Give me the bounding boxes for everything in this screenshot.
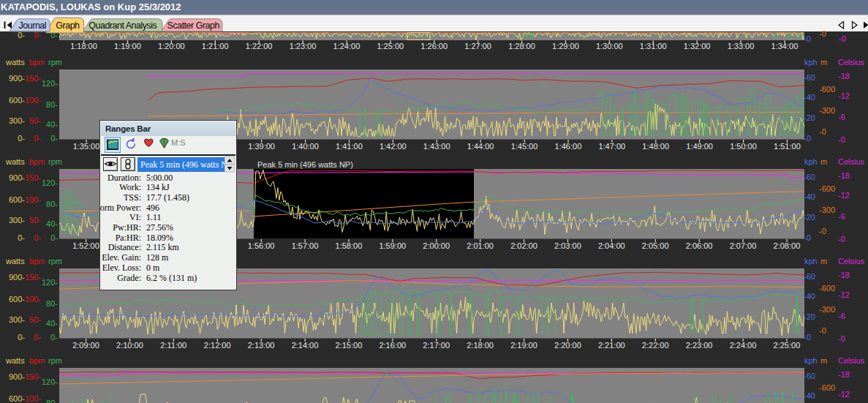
svg-text:1:59:00: 1:59:00	[379, 241, 406, 250]
svg-text:-600: -600	[819, 184, 835, 193]
svg-text:-18: -18	[838, 171, 850, 180]
svg-text:-12: -12	[838, 191, 850, 200]
svg-text:80-: 80-	[46, 299, 58, 308]
svg-text:-40: -40	[804, 93, 815, 102]
svg-text:-0: -0	[838, 334, 845, 343]
svg-text:-300: -300	[819, 206, 835, 214]
svg-text:-0: -0	[838, 235, 845, 244]
svg-text:watts: watts	[5, 157, 25, 166]
svg-text:0-: 0-	[18, 333, 25, 342]
svg-text:2:23:00: 2:23:00	[686, 341, 713, 350]
svg-text:-12: -12	[838, 390, 850, 399]
svg-text:-600: -600	[819, 383, 835, 392]
svg-text:bpm: bpm	[29, 257, 45, 265]
svg-text:120-: 120-	[42, 377, 58, 386]
svg-text:1:58:00: 1:58:00	[336, 241, 363, 250]
svg-text:1:42:00: 1:42:00	[380, 142, 407, 151]
svg-text:1:48:00: 1:48:00	[642, 142, 669, 151]
svg-text:watts: watts	[5, 356, 25, 365]
svg-text:50-: 50-	[29, 116, 41, 125]
svg-text:-60: -60	[804, 173, 815, 181]
svg-text:1:57:00: 1:57:00	[292, 241, 319, 250]
svg-text:2:21:00: 2:21:00	[598, 341, 625, 350]
svg-text:rpm: rpm	[48, 157, 62, 166]
svg-text:2:09:00: 2:09:00	[72, 341, 99, 350]
svg-text:1:49:00: 1:49:00	[686, 142, 713, 151]
svg-text:2:05:00: 2:05:00	[642, 241, 669, 250]
svg-text:2:12:00: 2:12:00	[204, 341, 231, 350]
svg-text:-300: -300	[819, 305, 835, 314]
svg-text:m: m	[820, 58, 827, 67]
svg-text:-0: -0	[819, 326, 826, 335]
svg-text:100-: 100-	[25, 295, 41, 304]
svg-text:-0: -0	[804, 34, 811, 43]
svg-text:2:25:00: 2:25:00	[774, 341, 801, 350]
svg-text:rpm: rpm	[48, 257, 62, 265]
svg-text:Peak 5 min (496 watts NP): Peak 5 min (496 watts NP)	[257, 160, 353, 169]
svg-text:100-: 100-	[25, 195, 41, 204]
svg-text:0-: 0-	[34, 233, 41, 242]
svg-text:Quadrant Analysis: Quadrant Analysis	[88, 20, 156, 31]
svg-text:-600: -600	[819, 284, 835, 293]
svg-text:120-: 120-	[42, 278, 58, 287]
svg-text:-6: -6	[838, 312, 845, 320]
svg-text:1:43:00: 1:43:00	[423, 142, 450, 151]
svg-text:100-: 100-	[25, 96, 41, 105]
svg-text:2:22:00: 2:22:00	[642, 341, 669, 350]
svg-text:Scatter Graph: Scatter Graph	[167, 20, 220, 31]
svg-text:1:50:00: 1:50:00	[730, 142, 757, 151]
svg-text:-18: -18	[838, 370, 850, 379]
svg-text:2:04:00: 2:04:00	[598, 241, 625, 250]
svg-text:-0: -0	[804, 134, 811, 143]
svg-text:0-: 0-	[50, 233, 58, 242]
svg-text:600-: 600-	[9, 96, 25, 105]
svg-text:40-: 40-	[46, 120, 58, 129]
svg-text:M:S: M:S	[171, 138, 186, 147]
svg-text:1:47:00: 1:47:00	[598, 142, 625, 151]
svg-text:50-: 50-	[29, 216, 41, 225]
svg-text:-6: -6	[838, 212, 845, 221]
svg-text:-6: -6	[838, 113, 845, 121]
svg-text:2:15:00: 2:15:00	[336, 341, 363, 350]
svg-text:-18: -18	[838, 271, 850, 279]
svg-text:m: m	[820, 257, 827, 265]
svg-text:watts: watts	[5, 257, 25, 265]
svg-text:50-: 50-	[29, 315, 41, 324]
svg-text:-0: -0	[804, 333, 811, 342]
svg-text:-40: -40	[804, 391, 815, 400]
svg-text:0-: 0-	[18, 134, 25, 143]
svg-text:kph: kph	[804, 58, 818, 67]
svg-text:900-: 900-	[9, 173, 25, 182]
svg-text:m: m	[820, 157, 827, 166]
svg-text:-0: -0	[839, 34, 846, 43]
svg-text:300-: 300-	[9, 116, 25, 125]
svg-text:-60: -60	[804, 272, 815, 281]
svg-text:-18: -18	[838, 72, 850, 80]
svg-text:0-: 0-	[18, 233, 25, 242]
svg-text:0-: 0-	[50, 134, 58, 143]
svg-text:600-: 600-	[9, 195, 25, 204]
svg-text:-20: -20	[804, 213, 815, 222]
svg-text:kph: kph	[804, 257, 818, 265]
svg-text:0-: 0-	[34, 134, 41, 143]
svg-text:-300: -300	[819, 106, 835, 115]
svg-text:kph: kph	[804, 356, 818, 365]
svg-text:0-: 0-	[34, 333, 41, 342]
svg-text:2:02:00: 2:02:00	[510, 241, 537, 250]
svg-text:40-: 40-	[46, 319, 58, 328]
svg-text:Graph: Graph	[56, 20, 80, 31]
svg-text:m: m	[820, 356, 827, 365]
svg-text:150-: 150-	[25, 273, 41, 282]
svg-text:150-: 150-	[25, 372, 41, 381]
svg-text:2:19:00: 2:19:00	[510, 341, 537, 350]
svg-text:bpm: bpm	[29, 356, 45, 365]
svg-text:2:00:00: 2:00:00	[423, 241, 450, 250]
svg-text:-0: -0	[819, 127, 826, 136]
svg-text:120-: 120-	[42, 178, 58, 187]
svg-text:-60: -60	[804, 73, 815, 82]
svg-text:300-: 300-	[9, 315, 25, 324]
svg-text:-40: -40	[804, 192, 815, 201]
svg-text:-0: -0	[804, 233, 811, 242]
svg-text:1:41:00: 1:41:00	[336, 142, 363, 151]
svg-text:2:07:00: 2:07:00	[730, 241, 757, 250]
